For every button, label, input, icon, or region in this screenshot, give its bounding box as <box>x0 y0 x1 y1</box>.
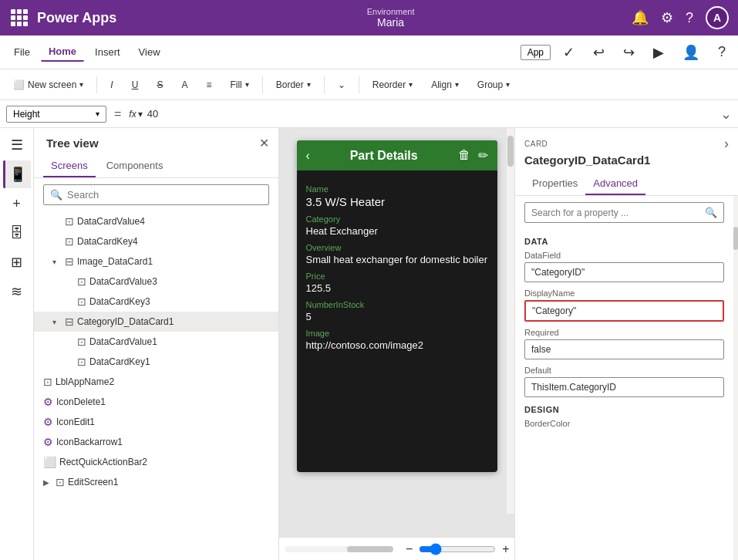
right-panel-scrollbar[interactable] <box>733 196 738 560</box>
back-icon[interactable]: ‹ <box>306 149 310 163</box>
property-search-box[interactable]: 🔍 <box>524 202 724 223</box>
tree-item-imagedatacard1[interactable]: ▾ ⊟ Image_DataCard1 <box>34 251 278 272</box>
datafield-label: DataField <box>524 251 724 260</box>
vertical-scrollbar[interactable] <box>507 128 514 514</box>
tree-item-categoryid-datacard1[interactable]: ▾ ⊟ CategoryID_DataCard1 ··· <box>34 312 278 332</box>
font-color-button[interactable]: A <box>174 76 194 94</box>
zoom-out-button[interactable]: − <box>406 542 413 556</box>
fx-button[interactable]: fx ▾ <box>129 109 142 120</box>
main-layout: ☰ 📱 + 🗄 ⊞ ≋ Tree view ✕ Screens Componen… <box>0 128 738 560</box>
italic-button[interactable]: I <box>103 76 120 94</box>
tree-item-editscreen1[interactable]: ▶ ⊡ EditScreen1 <box>34 472 278 492</box>
sidebar-data-icon[interactable]: 🗄 <box>3 219 31 247</box>
group-button[interactable]: Group ▾ <box>470 76 517 94</box>
right-scroll-thumb[interactable] <box>733 227 738 250</box>
tree-item-iconbackarrow1[interactable]: ⚙ IconBackarrow1 <box>34 432 278 452</box>
search-icon: 🔍 <box>50 189 62 201</box>
canvas-scroll[interactable]: ‹ Part Details 🗑 ✏ Name 3.5 W/S Heater C… <box>279 128 514 537</box>
panel-expand-icon[interactable]: › <box>724 136 729 152</box>
toolbar-separator-3 <box>324 76 325 93</box>
user-icon[interactable]: 👤 <box>676 41 706 64</box>
waffle-menu[interactable] <box>9 8 29 28</box>
checkmark-icon[interactable]: ✓ <box>557 41 581 64</box>
help-icon[interactable]: ? <box>686 10 693 26</box>
delete-icon[interactable]: 🗑 <box>458 148 470 163</box>
notifications-icon[interactable]: 🔔 <box>632 9 649 26</box>
more-button[interactable]: ⌄ <box>331 76 352 94</box>
search-input[interactable] <box>67 189 262 201</box>
tab-screens[interactable]: Screens <box>43 155 96 177</box>
tree-item-rectquickactionbar2[interactable]: ⬜ RectQuickActionBar2 <box>34 452 278 472</box>
formula-input[interactable] <box>147 108 716 120</box>
default-label: Default <box>524 366 724 375</box>
menu-insert[interactable]: Insert <box>87 43 128 61</box>
settings-icon[interactable]: ⚙ <box>661 9 673 26</box>
formula-expand-icon[interactable]: ⌄ <box>720 106 732 123</box>
tree-item-datacardvalue1[interactable]: ⊡ DataCardValue1 <box>34 332 278 352</box>
field-overview-value: Small heat exchanger for domestic boiler <box>306 254 488 265</box>
right-panel: CARD › CategoryID_DataCard1 Properties A… <box>514 128 738 560</box>
sidebar-add-icon[interactable]: + <box>3 190 31 218</box>
new-screen-button[interactable]: ⬜ New screen ▾ <box>6 76 90 94</box>
chevron-right-icon: ▶ <box>43 478 52 487</box>
property-search-input[interactable] <box>531 207 700 218</box>
tree-item-iconedit1[interactable]: ⚙ IconEdit1 <box>34 412 278 432</box>
scroll-thumb[interactable] <box>507 136 514 167</box>
tree-item-datacardvalue3[interactable]: ⊡ DataCardValue3 <box>34 272 278 292</box>
align-button[interactable]: ≡ <box>199 76 218 94</box>
tree-item-datacardkey3[interactable]: ⊡ DataCardKey3 <box>34 292 278 312</box>
tab-components[interactable]: Components <box>99 155 171 177</box>
tree-item-datacardkey1[interactable]: ⊡ DataCardKey1 <box>34 352 278 372</box>
zoom-in-button[interactable]: + <box>502 542 509 556</box>
sidebar-nav-toggle[interactable]: ☰ <box>3 131 31 159</box>
toolbar-separator-4 <box>359 76 359 93</box>
tree-item-datacardkey4[interactable]: ⊡ DataCardKey4 <box>34 231 278 251</box>
environment-user: Maria <box>377 16 404 29</box>
edit-icon[interactable]: ✏ <box>478 148 488 163</box>
horizontal-scroll-thumb[interactable] <box>347 546 393 552</box>
datafield-value[interactable]: "CategoryID" <box>524 262 724 282</box>
underline-button[interactable]: U <box>125 76 146 94</box>
tab-advanced[interactable]: Advanced <box>585 173 645 195</box>
redo-icon[interactable]: ↪ <box>617 41 641 64</box>
sidebar-media-icon[interactable]: ⊞ <box>3 248 31 276</box>
toolbar-separator <box>96 76 97 93</box>
tree-item-datacardvalue4[interactable]: ⊡ DataCardValue4 <box>34 211 278 231</box>
menu-home[interactable]: Home <box>41 42 84 62</box>
required-value[interactable]: false <box>524 339 724 359</box>
tree-search-box[interactable]: 🔍 <box>43 184 269 205</box>
horizontal-scrollbar[interactable] <box>285 546 393 552</box>
field-name-value: 3.5 W/S Heater <box>306 195 488 208</box>
right-panel-content: 🔍 DATA DataField "CategoryID" DisplayNam… <box>515 196 733 560</box>
menu-bar: File Home Insert View App ✓ ↩ ↪ ▶ 👤 ? <box>0 35 738 69</box>
tree-item-icondelete1[interactable]: ⚙ IconDelete1 <box>34 392 278 412</box>
menu-file[interactable]: File <box>6 43 38 61</box>
menu-view[interactable]: View <box>131 43 168 61</box>
undo-icon[interactable]: ↩ <box>587 41 611 64</box>
default-value[interactable]: ThisItem.CategoryID <box>524 377 724 397</box>
align-dropdown-button[interactable]: Align ▾ <box>424 76 466 94</box>
border-button[interactable]: Border ▾ <box>269 76 318 94</box>
tab-properties[interactable]: Properties <box>524 173 585 195</box>
avatar[interactable]: A <box>706 6 729 29</box>
section-data-label: DATA <box>524 237 724 246</box>
sidebar-screens-icon[interactable]: 📱 <box>3 160 31 188</box>
phone-header: ‹ Part Details 🗑 ✏ <box>297 140 497 170</box>
app-badge[interactable]: App <box>521 45 551 60</box>
chevron-down-icon: ▾ <box>79 80 83 89</box>
displayname-value[interactable]: "Category" <box>524 300 724 322</box>
screen-icon: ⊡ <box>56 476 65 488</box>
property-selector[interactable]: Height ▾ <box>6 106 106 123</box>
reorder-button[interactable]: Reorder ▾ <box>366 76 420 94</box>
zoom-slider[interactable] <box>419 543 496 555</box>
sidebar-variables-icon[interactable]: ≋ <box>3 278 31 305</box>
field-image-label: Image <box>306 329 488 338</box>
play-icon[interactable]: ▶ <box>647 41 670 64</box>
fill-button[interactable]: Fill ▾ <box>223 76 255 94</box>
close-icon[interactable]: ✕ <box>259 136 269 150</box>
strikethrough-button[interactable]: S <box>150 76 170 94</box>
help-menu-icon[interactable]: ? <box>712 41 732 63</box>
phone-frame: ‹ Part Details 🗑 ✏ Name 3.5 W/S Heater C… <box>297 140 497 472</box>
field-icon: ⊡ <box>65 215 74 228</box>
tree-item-lblappname2[interactable]: ⊡ LblAppName2 <box>34 372 278 392</box>
